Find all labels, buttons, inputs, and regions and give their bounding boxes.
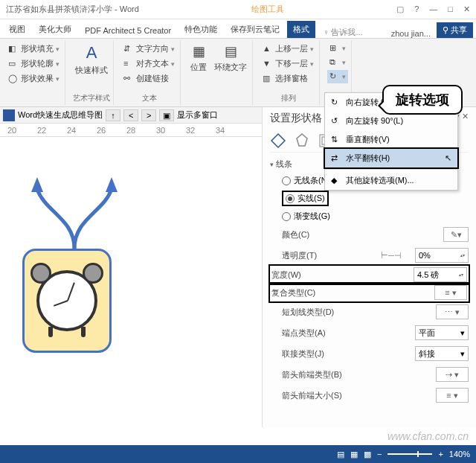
zoom-out-button[interactable]: − bbox=[377, 450, 382, 459]
clock-face-icon bbox=[36, 270, 97, 331]
tab-beautify[interactable]: 美化大师 bbox=[33, 21, 77, 38]
link-icon: ⚯ bbox=[123, 74, 134, 84]
effects-tab-icon[interactable] bbox=[294, 132, 310, 149]
view-print-icon[interactable]: ▦ bbox=[350, 450, 358, 459]
group-arrange: 排列 bbox=[281, 93, 296, 103]
create-link-button[interactable]: ⚯创建链接 bbox=[121, 71, 177, 86]
compound-select[interactable]: ≡ ▾ bbox=[434, 285, 467, 300]
doc-title: 江苏省如东县拼茶镇浒澪小学 - Word bbox=[6, 4, 139, 15]
clock-shape[interactable] bbox=[22, 249, 112, 353]
context-tool: 绘图工具 bbox=[139, 4, 396, 15]
label-compound: 复合类型(C) bbox=[271, 287, 430, 298]
label-trans: 透明度(T) bbox=[282, 250, 376, 261]
flip-horizontal[interactable]: ⇄水平翻转(H)↖ bbox=[325, 149, 457, 167]
align-button[interactable]: ⊞▾ bbox=[327, 42, 348, 55]
user-name[interactable]: zhou jian... bbox=[391, 29, 431, 38]
multi-window-icon[interactable]: ▣ bbox=[159, 109, 174, 121]
align-icon: ⊞ bbox=[329, 43, 340, 54]
tell-me[interactable]: ♀ 告诉我... bbox=[323, 27, 362, 38]
tab-cloud[interactable]: 保存到云笔记 bbox=[225, 21, 286, 38]
svg-marker-0 bbox=[31, 177, 43, 192]
share-button[interactable]: ⚲ 共享 bbox=[437, 22, 473, 38]
ribbon-min-icon[interactable]: ▢ bbox=[396, 4, 404, 14]
more-rotate-options[interactable]: ◆其他旋转选项(M)... bbox=[325, 171, 457, 190]
arrow-shape[interactable] bbox=[22, 167, 126, 256]
fill-line-tab-icon[interactable] bbox=[270, 132, 286, 149]
group-icon: ⧉ bbox=[329, 57, 340, 68]
bring-forward-button[interactable]: ▲上移一层▾ bbox=[260, 42, 316, 56]
align-text-button[interactable]: ≡对齐文本▾ bbox=[121, 57, 177, 71]
nav-next[interactable]: > bbox=[141, 109, 156, 121]
label-arrow-begin: 箭头前端类型(B) bbox=[282, 369, 431, 380]
svg-marker-1 bbox=[106, 177, 118, 192]
shape-effect-button[interactable]: ◯形状效果▾ bbox=[6, 71, 62, 86]
view-read-icon[interactable]: ▤ bbox=[337, 450, 344, 459]
svg-marker-3 bbox=[297, 134, 307, 146]
statusbar: ▤ ▦ ▩ − + 140% bbox=[0, 445, 476, 463]
group-wordart: 艺术字样式 bbox=[73, 93, 110, 103]
group-text: 文本 bbox=[142, 93, 157, 103]
more-icon: ◆ bbox=[331, 176, 341, 186]
zoom-in-button[interactable]: + bbox=[438, 450, 443, 459]
transparency-input[interactable]: 0%▴▾ bbox=[415, 248, 469, 263]
rotate-left-icon: ↺ bbox=[331, 116, 341, 127]
rotate-right-icon: ↻ bbox=[331, 98, 341, 108]
tab-pdf[interactable]: PDF Architect 5 Creator bbox=[79, 23, 177, 38]
maximize-icon[interactable]: □ bbox=[448, 4, 453, 14]
wrap-text-button[interactable]: ▤环绕文字 bbox=[212, 42, 249, 74]
arrow-begin-select[interactable]: ⇢ ▾ bbox=[436, 367, 469, 382]
ruler[interactable]: 2022242628303234 bbox=[0, 124, 262, 137]
position-button[interactable]: ▦位置 bbox=[188, 42, 209, 74]
rotate-button[interactable]: ↻▾ bbox=[327, 70, 348, 83]
label-join: 联接类型(J) bbox=[282, 348, 411, 360]
flip-vertical[interactable]: ⇅垂直翻转(V) bbox=[325, 130, 457, 149]
doc-name: Word快速生成思维导图 bbox=[18, 109, 103, 121]
nav-up[interactable]: ↑ bbox=[106, 109, 120, 121]
cap-select[interactable]: 平面▾ bbox=[415, 325, 469, 340]
help-icon[interactable]: ? bbox=[414, 4, 419, 14]
effect-icon: ◯ bbox=[8, 74, 19, 84]
quick-style-button[interactable]: A 快速样式 bbox=[73, 42, 110, 77]
radio-solid[interactable] bbox=[286, 194, 295, 203]
multi-window-label[interactable]: 显示多窗口 bbox=[177, 109, 218, 121]
label-cap: 端点类型(A) bbox=[282, 328, 411, 339]
tab-format[interactable]: 格式 bbox=[287, 21, 315, 38]
document-canvas[interactable] bbox=[0, 137, 262, 427]
svg-marker-2 bbox=[271, 134, 285, 147]
text-direction-button[interactable]: ⇵文字方向▾ bbox=[121, 42, 177, 56]
position-icon: ▦ bbox=[193, 43, 205, 60]
label-color: 颜色(C) bbox=[282, 229, 439, 240]
dash-select[interactable]: ⋯ ▾ bbox=[436, 304, 469, 319]
rotate-icon: ↻ bbox=[329, 71, 340, 82]
label-dash: 短划线类型(D) bbox=[282, 307, 431, 318]
textdir-icon: ⇵ bbox=[123, 44, 134, 54]
bucket-icon: ◧ bbox=[8, 44, 19, 54]
color-picker[interactable]: ✎▾ bbox=[443, 227, 469, 242]
shape-outline-button[interactable]: ▭形状轮廓▾ bbox=[6, 57, 62, 71]
tab-feature[interactable]: 特色功能 bbox=[178, 21, 223, 38]
tab-view[interactable]: 视图 bbox=[3, 21, 31, 38]
arrow-size-select[interactable]: ≡ ▾ bbox=[436, 388, 469, 403]
width-input[interactable]: 4.5 磅▴▾ bbox=[414, 267, 467, 282]
word-icon bbox=[3, 109, 15, 121]
callout-rotate: 旋转选项 bbox=[382, 85, 463, 115]
join-select[interactable]: 斜接▾ bbox=[415, 346, 469, 361]
shape-fill-button[interactable]: ◧形状填充▾ bbox=[6, 42, 62, 56]
nav-prev[interactable]: < bbox=[123, 109, 138, 121]
radio-gradient[interactable] bbox=[282, 212, 291, 221]
zoom-value[interactable]: 140% bbox=[449, 450, 470, 459]
flip-h-icon: ⇄ bbox=[331, 153, 341, 164]
close-icon[interactable]: ✕ bbox=[463, 4, 470, 14]
watermark: www.cfan.com.cn bbox=[387, 430, 469, 442]
cursor-icon: ↖ bbox=[445, 153, 451, 163]
radio-noline[interactable] bbox=[282, 176, 291, 185]
view-web-icon[interactable]: ▩ bbox=[364, 450, 371, 459]
group-button[interactable]: ⧉▾ bbox=[327, 56, 348, 69]
send-backward-button[interactable]: ▼下移一层▾ bbox=[260, 57, 316, 71]
label-arrow-size: 箭头前端大小(S) bbox=[282, 390, 431, 401]
up-layer-icon: ▲ bbox=[263, 44, 273, 54]
minimize-icon[interactable]: — bbox=[429, 4, 437, 14]
selpane-icon: ▥ bbox=[263, 74, 273, 84]
wrap-icon: ▤ bbox=[225, 43, 237, 60]
selection-pane-button[interactable]: ▥选择窗格 bbox=[260, 71, 316, 86]
